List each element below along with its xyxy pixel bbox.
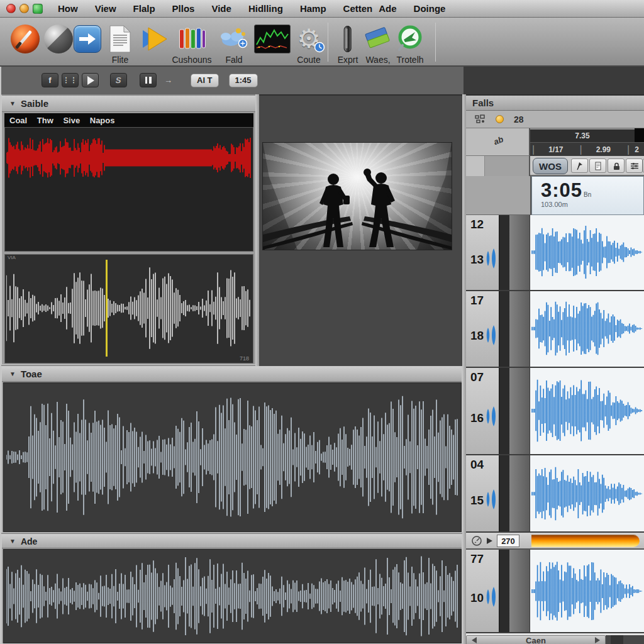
pause-icon	[145, 77, 152, 84]
splitter-vertical[interactable]	[255, 94, 259, 366]
track-lane[interactable]	[530, 368, 644, 454]
track-row: 17 18	[466, 291, 644, 368]
mixer-panel: Falls 28 ab 7.35 | 1/17 |	[466, 94, 644, 644]
ruler-mark: 2.99	[596, 145, 611, 154]
tool-forward-button[interactable]	[74, 24, 101, 54]
collapse-triangle-icon[interactable]: ▼	[9, 100, 16, 107]
tose-wave-area[interactable]	[3, 382, 462, 532]
track-header[interactable]: 77 10	[466, 550, 500, 632]
scrollbar-thumb[interactable]: Caen	[466, 635, 606, 644]
track-divider	[500, 368, 509, 454]
scroll-right-icon[interactable]	[595, 637, 600, 643]
transport-bar: f ⋮⋮ S → Al T 1:45	[0, 67, 644, 94]
toolbar: Flite Cushouns	[0, 18, 644, 67]
clip-list-area[interactable]	[4, 127, 253, 252]
fn-button[interactable]: f	[42, 73, 58, 87]
waveform-blue	[531, 224, 643, 280]
scroll-left-icon[interactable]	[472, 637, 477, 643]
column-header-row[interactable]: Coal Thw Sive Napos	[4, 113, 253, 127]
marker-icon[interactable]	[475, 114, 486, 124]
gear-icon: ⚙	[294, 24, 324, 54]
ruler-primary-value: 7.35	[575, 131, 589, 140]
menu-item-cetten[interactable]: Cetten	[343, 3, 373, 14]
track-lane[interactable]	[530, 215, 644, 290]
close-button[interactable]	[6, 4, 16, 13]
snake-button[interactable]: S	[110, 73, 127, 87]
lock-icon	[611, 161, 621, 171]
eq-tool-button[interactable]	[626, 158, 643, 173]
tool-fold-button[interactable]: Fald	[219, 24, 249, 65]
tool-play-button[interactable]	[140, 24, 169, 54]
ade-wave-area[interactable]	[3, 549, 462, 643]
zoom-button[interactable]	[33, 4, 43, 14]
track-header[interactable]: 07 16	[466, 368, 500, 454]
track-gutter[interactable]	[509, 368, 530, 454]
level-slider[interactable]	[531, 535, 640, 547]
time-display[interactable]: 3:05 Bn 103.00m	[531, 176, 644, 215]
wave-editor-area[interactable]: VIA 718	[4, 254, 253, 364]
tose-panel-header[interactable]: ▼ Toae	[2, 367, 462, 382]
page-tool-button[interactable]	[589, 158, 606, 173]
track-lane[interactable]	[530, 550, 644, 632]
expand-arrow-icon[interactable]	[487, 538, 492, 544]
track-gutter[interactable]	[509, 455, 530, 531]
tool-compute-button[interactable]: ⚙ Coute	[294, 24, 324, 65]
ade-panel-header[interactable]: ▼ Ade	[2, 535, 462, 548]
menu-item-view[interactable]: View	[95, 3, 116, 14]
minimize-button[interactable]	[19, 4, 29, 13]
menu-item-hidlling[interactable]: Hidlling	[248, 3, 283, 14]
audio-channel-icon	[484, 586, 499, 609]
lock-tool-button[interactable]	[608, 158, 625, 173]
mixer-header[interactable]: Falls	[466, 96, 644, 111]
menu-item-hamp[interactable]: Hamp	[300, 3, 326, 14]
track-gutter[interactable]	[509, 550, 530, 632]
tool-customs-button[interactable]: Cushouns	[172, 24, 211, 65]
collapse-triangle-icon[interactable]: ▼	[9, 370, 16, 377]
collapse-triangle-icon[interactable]: ▼	[9, 538, 16, 545]
level-value-field[interactable]: 270	[497, 535, 519, 547]
tool-chart-button[interactable]	[254, 24, 291, 54]
toolbar-separator	[435, 23, 436, 62]
playhead[interactable]	[106, 260, 108, 357]
tool-export-button[interactable]: Exprt	[338, 24, 358, 65]
menu-item-flalp[interactable]: Flalp	[133, 3, 155, 14]
step-button[interactable]: ⋮⋮	[62, 73, 79, 87]
ruler-marks[interactable]: | 1/17 | 2.99 | 2	[530, 142, 644, 156]
menu-item-ade[interactable]: Ade	[379, 3, 396, 14]
track-gutter[interactable]	[509, 291, 530, 367]
scrollbar-track[interactable]	[606, 635, 644, 644]
tool-waves-button[interactable]: Waes,	[364, 24, 392, 65]
menu-item-how[interactable]: How	[58, 3, 78, 14]
track-header[interactable]: 04 15	[466, 455, 500, 531]
pause-button[interactable]	[140, 73, 157, 87]
status-dot-icon[interactable]	[496, 115, 504, 123]
track-header[interactable]: 12 13	[466, 215, 500, 290]
play-button[interactable]	[82, 73, 99, 87]
tool-sphere-button[interactable]	[44, 24, 73, 54]
track-lane[interactable]	[530, 455, 644, 531]
wos-mode-button[interactable]: WOS	[533, 158, 568, 174]
waveform-light	[6, 262, 252, 354]
pointer-tool-button[interactable]	[571, 158, 588, 173]
tool-label: Flite	[112, 55, 128, 65]
menu-item-pllos[interactable]: Pllos	[172, 3, 195, 14]
track-lane[interactable]	[530, 291, 644, 367]
track-number: 77	[470, 552, 484, 566]
tool-travel-button[interactable]: Trotelh	[395, 24, 425, 65]
track-row: 07 16	[466, 368, 644, 455]
track-number: 17	[470, 294, 484, 308]
tool-file-button[interactable]: Flite	[109, 24, 131, 65]
align-toggle[interactable]: Al T	[191, 74, 219, 87]
tool-wand-button[interactable]	[11, 24, 40, 54]
track-header[interactable]: 17 18	[466, 291, 500, 367]
menu-item-doinge[interactable]: Doinge	[414, 3, 446, 14]
mode-row-cell[interactable]	[466, 156, 485, 176]
menu-item-vide[interactable]: Vide	[211, 3, 231, 14]
track-gutter[interactable]	[509, 215, 530, 290]
ruler-primary[interactable]: 7.35	[530, 130, 635, 142]
dial-icon[interactable]	[471, 535, 482, 547]
sample-panel-header[interactable]: ▼ Saible	[2, 96, 256, 112]
jump-button[interactable]: →	[160, 73, 177, 87]
video-preview[interactable]	[263, 143, 452, 250]
time-readout[interactable]: 1:45	[229, 74, 258, 87]
